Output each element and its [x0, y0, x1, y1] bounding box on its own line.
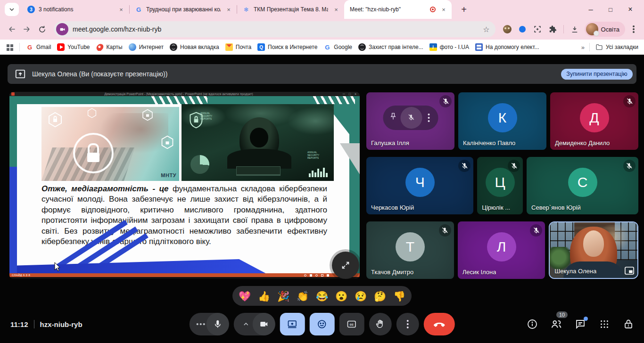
bookmarks-overflow-icon[interactable]: »: [581, 44, 584, 51]
participant-row-1: Галушка ІлляККалініченко ПавлоДДемиденко…: [366, 92, 638, 150]
capture-icon[interactable]: [533, 25, 542, 33]
bookmark-item[interactable]: Почта: [225, 43, 251, 51]
extensions-puzzle-icon[interactable]: [548, 25, 557, 33]
mic-muted-icon: [623, 95, 636, 107]
mic-off-button[interactable]: [400, 107, 422, 129]
globe-color-icon: [129, 43, 136, 51]
forward-button[interactable]: [20, 22, 34, 36]
google-tab-icon: [135, 6, 142, 13]
participants-count-badge: 10: [556, 311, 568, 318]
expand-presentation-button[interactable]: [332, 252, 359, 279]
activities-button[interactable]: [598, 318, 611, 330]
reaction-emoji[interactable]: 👍: [258, 291, 270, 301]
participant-tile[interactable]: ЛЛесик Ілона: [458, 221, 545, 279]
bookmark-item[interactable]: Карты: [96, 44, 123, 50]
participant-tile[interactable]: Шекула Олена: [549, 221, 638, 279]
reload-button[interactable]: [35, 22, 49, 36]
blue-dot-extension-icon[interactable]: [518, 25, 527, 33]
powerpoint-icon: [11, 92, 15, 96]
camera-control[interactable]: [233, 313, 275, 335]
meet-app: Шекула Олена (Ви (показуєте презентацію)…: [0, 55, 644, 343]
raise-hand-button[interactable]: [369, 313, 391, 335]
host-controls-button[interactable]: [622, 318, 635, 330]
minimize-button[interactable]: ─: [583, 3, 599, 16]
bookmark-star-icon[interactable]: ☆: [483, 25, 489, 34]
participant-tile[interactable]: ТТкачов Дмитро: [366, 221, 454, 279]
browser-tab[interactable]: Труднощі при зварюванні кол×: [129, 0, 237, 19]
downloads-icon[interactable]: [570, 25, 579, 33]
bookmark-item[interactable]: Gmail: [26, 43, 51, 51]
bookmark-item[interactable]: Google: [323, 43, 352, 51]
bookmark-item[interactable]: YouTube: [57, 43, 90, 51]
bookmark-item[interactable]: фото - I.UA: [429, 43, 469, 51]
annual-reports-label: ANNUAL SECURITY REPORTS: [200, 112, 218, 120]
tab-title: 3 notifications: [39, 6, 113, 13]
profile-label: Освіта: [601, 26, 619, 33]
reaction-emoji[interactable]: 👏: [297, 291, 308, 301]
bookmark-item[interactable]: Интернет: [129, 43, 164, 51]
avatar: Ц: [486, 168, 515, 197]
tab-close-icon[interactable]: ×: [439, 5, 448, 14]
participant-tile[interactable]: ЦЦірюлік ...: [477, 157, 523, 214]
apps-grid-icon[interactable]: [7, 44, 9, 47]
participant-tile[interactable]: ДДемиденко Данило: [550, 92, 638, 150]
tab-close-icon[interactable]: ×: [117, 5, 125, 14]
participant-tile[interactable]: Галушка Ілля: [366, 92, 454, 150]
tab-close-icon[interactable]: ×: [224, 5, 233, 14]
pin-icon[interactable]: [388, 112, 397, 123]
browser-tab[interactable]: ТКМ Презентація Тема 8. Мар×: [237, 0, 344, 19]
mic-control[interactable]: [190, 313, 229, 335]
reaction-emoji[interactable]: 😢: [355, 291, 366, 301]
browser-menu-icon[interactable]: [633, 28, 635, 30]
bookmark-item[interactable]: На допомогу елект...: [475, 43, 539, 51]
new-tab-button[interactable]: +: [457, 3, 471, 16]
reaction-emoji[interactable]: 😮: [336, 291, 347, 301]
participant-tile[interactable]: ККалініченко Павло: [458, 92, 546, 150]
close-button[interactable]: ×: [622, 3, 638, 16]
presentation-tile[interactable]: Демонстрація PowerPoint - [Медіаграмотні…: [9, 92, 360, 279]
reaction-emoji[interactable]: 😂: [316, 291, 328, 301]
back-button[interactable]: [5, 22, 19, 36]
reaction-emoji[interactable]: 💖: [239, 291, 250, 301]
participant-name: Север`янов Юрій: [531, 204, 581, 211]
mic-options-icon[interactable]: [200, 323, 202, 325]
profile-chip[interactable]: Освіта: [585, 22, 625, 37]
mic-button[interactable]: [206, 313, 229, 335]
reaction-emoji[interactable]: 🤔: [374, 291, 386, 301]
youtube-icon: [57, 43, 65, 51]
participant-name: Шекула Олена: [554, 268, 596, 275]
bookmarks-list: GmailYouTubeКартыИнтернетНовая вкладкаПо…: [26, 43, 539, 51]
maximize-button[interactable]: □: [603, 3, 619, 16]
present-button[interactable]: [280, 313, 305, 335]
laptop: [236, 166, 281, 176]
browser-tab[interactable]: 33 notifications×: [22, 0, 129, 19]
chat-button[interactable]: [574, 318, 586, 330]
search-icon: [257, 43, 265, 51]
slide-image-hacker: ANNUAL SECURITY REPORTS ANNUAL SECURITY …: [182, 104, 334, 181]
reaction-emoji[interactable]: 🎉: [278, 291, 289, 301]
bookmark-item[interactable]: Поиск в Интернете: [257, 43, 317, 51]
address-bar[interactable]: meet.google.com/hzx-niub-ryb ☆: [54, 21, 495, 37]
info-button[interactable]: [526, 318, 538, 330]
all-bookmarks-button[interactable]: Усі закладки: [595, 43, 638, 51]
camera-options-icon[interactable]: [243, 321, 248, 328]
bookmark-item[interactable]: Захист прав інтеле...: [358, 43, 423, 51]
bookmark-item[interactable]: Новая вкладка: [170, 43, 219, 51]
captions-button[interactable]: cc: [339, 313, 364, 335]
people-button[interactable]: 10: [550, 318, 562, 330]
participant-tile[interactable]: ССевер`янов Юрій: [527, 157, 638, 214]
owl-extension-icon[interactable]: [503, 25, 512, 33]
tab-search-button[interactable]: [5, 3, 19, 16]
more-options-button[interactable]: [396, 313, 419, 335]
more-options-icon[interactable]: [428, 117, 429, 119]
browser-tab[interactable]: Meet: "hzx-niub-ryb"×: [344, 0, 452, 19]
reaction-emoji[interactable]: 👎: [394, 291, 405, 301]
tab-close-icon[interactable]: ×: [332, 5, 340, 14]
end-call-button[interactable]: [423, 313, 454, 335]
stop-presenting-button[interactable]: Зупинити презентацію: [561, 69, 633, 80]
pip-icon[interactable]: [625, 267, 634, 275]
url-text: meet.google.com/hzx-niub-ryb: [73, 25, 479, 33]
participant-tile[interactable]: ЧЧеркасов Юрій: [366, 157, 473, 214]
reactions-button[interactable]: [309, 313, 334, 335]
camera-button[interactable]: [252, 313, 275, 335]
